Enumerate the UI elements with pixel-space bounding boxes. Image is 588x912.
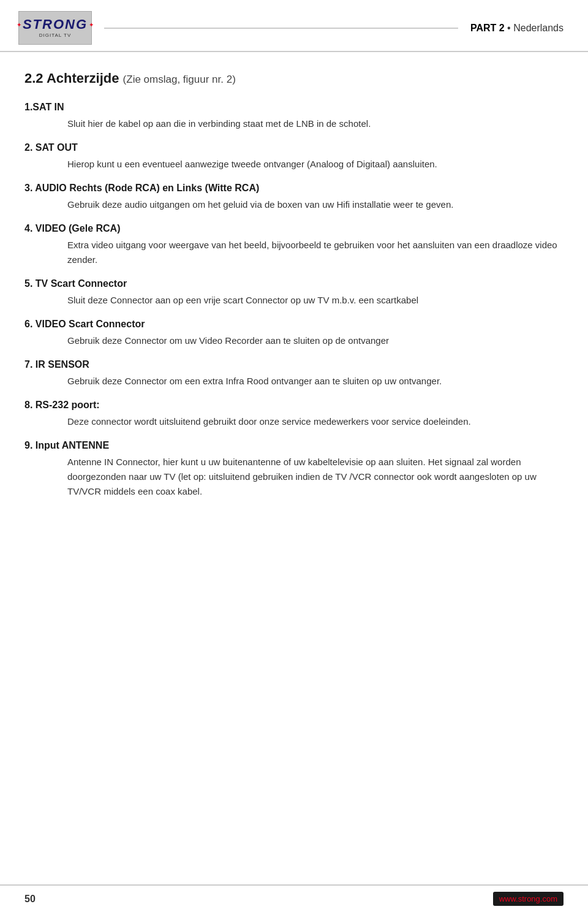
section-7-heading-text: 7. IR SENSOR xyxy=(24,359,89,370)
section-2-text: Hierop kunt u een eventueel aanwezige tw… xyxy=(67,157,564,172)
section-8-text: Deze connector wordt uitsluitend gebruik… xyxy=(67,414,564,429)
section-9-heading: 9. Input ANTENNE xyxy=(24,440,564,451)
section-8-body: Deze connector wordt uitsluitend gebruik… xyxy=(24,414,564,429)
header-separator: • xyxy=(507,23,511,33)
footer-page-number: 50 xyxy=(24,894,36,905)
section-9: 9. Input ANTENNE Antenne IN Connector, h… xyxy=(24,440,564,499)
logo-area: ✦ STRONG ✦ DIGITAL TV xyxy=(18,11,92,45)
section-5-heading-text: 5. TV Scart Connector xyxy=(24,278,127,289)
header-divider xyxy=(104,28,458,29)
section-7: 7. IR SENSOR Gebruik deze Connector om e… xyxy=(24,359,564,389)
page-title: 2.2 Achterzijde (Zie omslag, figuur nr. … xyxy=(24,70,564,86)
section-3-heading-text: 3. AUDIO Rechts (Rode RCA) en Links (Wit… xyxy=(24,183,259,193)
section-3: 3. AUDIO Rechts (Rode RCA) en Links (Wit… xyxy=(24,183,564,212)
logo-star-icon-2: ✦ xyxy=(89,21,94,28)
section-1-heading: 1.SAT IN xyxy=(24,102,564,113)
section-4-body: Extra video uitgang voor weergave van he… xyxy=(24,238,564,267)
section-3-body: Gebruik deze audio uitgangen om het gelu… xyxy=(24,197,564,212)
section-2-body: Hierop kunt u een eventueel aanwezige tw… xyxy=(24,157,564,172)
section-6-body: Gebruik deze Connector om uw Video Recor… xyxy=(24,333,564,348)
section-7-text: Gebruik deze Connector om een extra Infr… xyxy=(67,374,564,389)
section-5: 5. TV Scart Connector Sluit deze Connect… xyxy=(24,278,564,308)
section-2: 2. SAT OUT Hierop kunt u een eventueel a… xyxy=(24,142,564,172)
logo-subtitle: DIGITAL TV xyxy=(39,32,72,38)
section-1: 1.SAT IN Sluit hier de kabel op aan die … xyxy=(24,102,564,131)
sections-container: 1.SAT IN Sluit hier de kabel op aan die … xyxy=(24,102,564,499)
section-3-heading: 3. AUDIO Rechts (Rode RCA) en Links (Wit… xyxy=(24,183,564,194)
section-8-heading: 8. RS-232 poort: xyxy=(24,400,564,411)
page-title-text: Achterzijde xyxy=(47,70,119,86)
section-6-text: Gebruik deze Connector om uw Video Recor… xyxy=(67,333,564,348)
section-4-text: Extra video uitgang voor weergave van he… xyxy=(67,238,564,267)
page-title-number: 2.2 xyxy=(24,70,43,86)
header-part: PART 2 xyxy=(470,23,505,33)
logo-box: ✦ STRONG ✦ DIGITAL TV xyxy=(18,11,92,45)
section-5-text: Sluit deze Connector aan op een vrije sc… xyxy=(67,293,564,308)
section-9-heading-text: 9. Input ANTENNE xyxy=(24,440,109,450)
header-title: PART 2 • Nederlands xyxy=(470,23,564,34)
section-6-heading: 6. VIDEO Scart Connector xyxy=(24,319,564,330)
footer-website: www.strong.com xyxy=(493,892,564,906)
section-6-heading-text: 6. VIDEO Scart Connector xyxy=(24,319,145,329)
section-1-heading-text: 1.SAT IN xyxy=(24,102,64,112)
section-8: 8. RS-232 poort: Deze connector wordt ui… xyxy=(24,400,564,429)
header: ✦ STRONG ✦ DIGITAL TV PART 2 • Nederland… xyxy=(0,0,588,52)
section-9-text: Antenne IN Connector, hier kunt u uw bui… xyxy=(67,455,564,499)
section-5-body: Sluit deze Connector aan op een vrije sc… xyxy=(24,293,564,308)
section-1-body: Sluit hier de kabel op aan die in verbin… xyxy=(24,116,564,131)
section-3-text: Gebruik deze audio uitgangen om het gelu… xyxy=(67,197,564,212)
section-6: 6. VIDEO Scart Connector Gebruik deze Co… xyxy=(24,319,564,348)
content-area: 2.2 Achterzijde (Zie omslag, figuur nr. … xyxy=(0,70,588,534)
section-4-heading: 4. VIDEO (Gele RCA) xyxy=(24,223,564,234)
logo-brand: STRONG xyxy=(23,18,88,31)
page-title-subtitle: (Zie omslag, figuur nr. 2) xyxy=(123,74,236,85)
section-8-heading-text: 8. RS-232 poort: xyxy=(24,400,100,410)
section-4-heading-text: 4. VIDEO (Gele RCA) xyxy=(24,223,120,234)
section-7-heading: 7. IR SENSOR xyxy=(24,359,564,370)
page: ✦ STRONG ✦ DIGITAL TV PART 2 • Nederland… xyxy=(0,0,588,912)
section-4: 4. VIDEO (Gele RCA) Extra video uitgang … xyxy=(24,223,564,267)
logo-star-icon: ✦ xyxy=(17,21,21,28)
header-language: Nederlands xyxy=(513,23,564,33)
section-2-heading-text: 2. SAT OUT xyxy=(24,142,78,153)
section-2-heading: 2. SAT OUT xyxy=(24,142,564,153)
footer: 50 www.strong.com xyxy=(0,884,588,912)
section-7-body: Gebruik deze Connector om een extra Infr… xyxy=(24,374,564,389)
section-1-text: Sluit hier de kabel op aan die in verbin… xyxy=(67,116,564,131)
section-5-heading: 5. TV Scart Connector xyxy=(24,278,564,289)
section-9-body: Antenne IN Connector, hier kunt u uw bui… xyxy=(24,455,564,499)
